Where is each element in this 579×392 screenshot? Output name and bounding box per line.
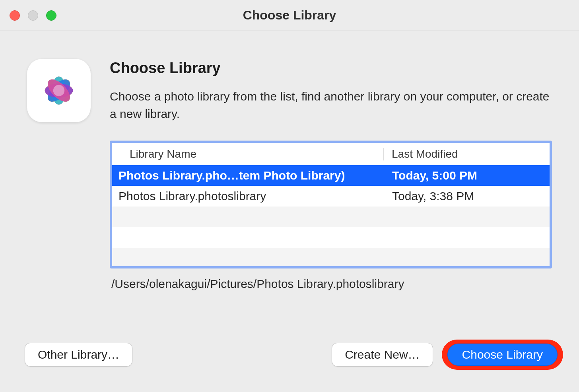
table-row-empty [112, 207, 550, 227]
cell-last-modified: Today, 5:00 PM [383, 169, 550, 182]
window-title: Choose Library [0, 0, 579, 31]
table-row[interactable]: Photos Library.pho…tem Photo Library) To… [112, 165, 550, 186]
minimize-window-button[interactable] [28, 10, 38, 21]
svg-point-8 [53, 85, 64, 96]
library-table[interactable]: Library Name Last Modified Photos Librar… [110, 141, 552, 268]
header-text: Choose Library Choose a photo library fr… [110, 59, 552, 122]
header-row: Choose Library Choose a photo library fr… [27, 59, 552, 122]
other-library-button[interactable]: Other Library… [25, 343, 132, 367]
zoom-window-button[interactable] [46, 10, 56, 21]
photos-app-icon [27, 59, 91, 122]
window-controls [10, 10, 56, 21]
column-header-modified[interactable]: Last Modified [383, 148, 550, 160]
cell-library-name: Photos Library.photoslibrary [112, 189, 383, 203]
choose-library-dialog: Choose Library [0, 0, 579, 392]
table-row[interactable]: Photos Library.photoslibrary Today, 3:38… [112, 186, 550, 207]
choose-library-button[interactable]: Choose Library [447, 344, 558, 366]
table-row-empty [112, 248, 550, 268]
dialog-heading: Choose Library [110, 60, 552, 77]
dialog-description: Choose a photo library from the list, fi… [110, 88, 552, 122]
titlebar: Choose Library [0, 0, 579, 31]
cell-library-name: Photos Library.pho…tem Photo Library) [112, 169, 383, 182]
selected-library-path: /Users/olenakagui/Pictures/Photos Librar… [111, 277, 552, 291]
button-bar: Other Library… Create New… Choose Librar… [25, 340, 563, 370]
table-row-empty [112, 227, 550, 248]
table-header: Library Name Last Modified [112, 143, 550, 165]
close-window-button[interactable] [10, 10, 20, 21]
cell-last-modified: Today, 3:38 PM [383, 189, 550, 203]
column-header-name[interactable]: Library Name [112, 148, 383, 160]
dialog-content: Choose Library Choose a photo library fr… [0, 31, 579, 392]
annotation-highlight: Choose Library [442, 340, 563, 370]
create-new-button[interactable]: Create New… [332, 343, 433, 367]
